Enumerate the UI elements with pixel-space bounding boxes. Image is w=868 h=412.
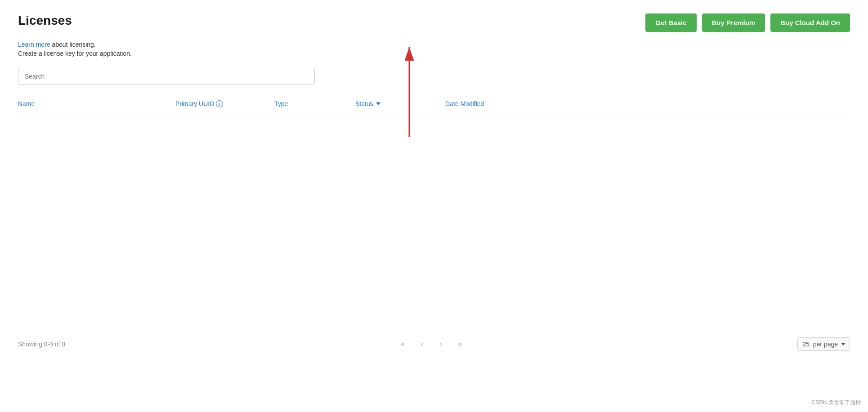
table-footer: Showing 0-0 of 0 « ‹ › » 25 per page bbox=[18, 330, 850, 351]
last-page-button[interactable]: » bbox=[454, 338, 465, 350]
search-container bbox=[18, 68, 850, 85]
first-page-button[interactable]: « bbox=[397, 338, 408, 350]
per-page-label: per page bbox=[813, 341, 838, 348]
header-buttons: Get Basic Buy Premium Buy Cloud Add On bbox=[645, 13, 850, 32]
col-header-type[interactable]: Type bbox=[274, 100, 355, 107]
per-page-chevron-icon bbox=[841, 343, 845, 346]
subtitle-line1-suffix: about licensing. bbox=[50, 41, 96, 48]
status-sort-chevron-icon bbox=[376, 102, 380, 105]
next-page-button[interactable]: › bbox=[436, 338, 445, 350]
search-input[interactable] bbox=[18, 68, 315, 85]
subtitle-section: Learn more about licensing. Create a lic… bbox=[18, 41, 850, 57]
per-page-selector[interactable]: 25 per page bbox=[797, 337, 850, 351]
table-header: Name Primary UUID i Type Status Date Mod… bbox=[18, 96, 850, 112]
col-header-name[interactable]: Name bbox=[18, 100, 175, 107]
col-header-status[interactable]: Status bbox=[355, 100, 445, 107]
pagination-controls: « ‹ › » bbox=[397, 338, 465, 350]
page-title: Licenses bbox=[18, 13, 72, 28]
table-body bbox=[18, 114, 850, 330]
col-header-primary-uuid[interactable]: Primary UUID i bbox=[175, 100, 274, 107]
subtitle-line1: Learn more about licensing. bbox=[18, 41, 850, 48]
showing-text: Showing 0-0 of 0 bbox=[18, 341, 65, 348]
buy-premium-button[interactable]: Buy Premium bbox=[702, 13, 765, 32]
subtitle-line2: Create a license key for your applicatio… bbox=[18, 50, 850, 57]
buy-cloud-addon-button[interactable]: Buy Cloud Add On bbox=[770, 13, 850, 32]
uuid-info-icon[interactable]: i bbox=[216, 100, 223, 107]
learn-more-link[interactable]: Learn more bbox=[18, 41, 50, 48]
prev-page-button[interactable]: ‹ bbox=[417, 338, 427, 350]
col-header-date-modified[interactable]: Date Modified bbox=[445, 100, 850, 107]
per-page-value: 25 bbox=[802, 341, 810, 348]
header-row: Licenses Get Basic Buy Premium Buy Cloud… bbox=[18, 13, 850, 32]
watermark: CSDN @雪零了眉梢 bbox=[811, 399, 861, 407]
get-basic-button[interactable]: Get Basic bbox=[645, 13, 696, 32]
